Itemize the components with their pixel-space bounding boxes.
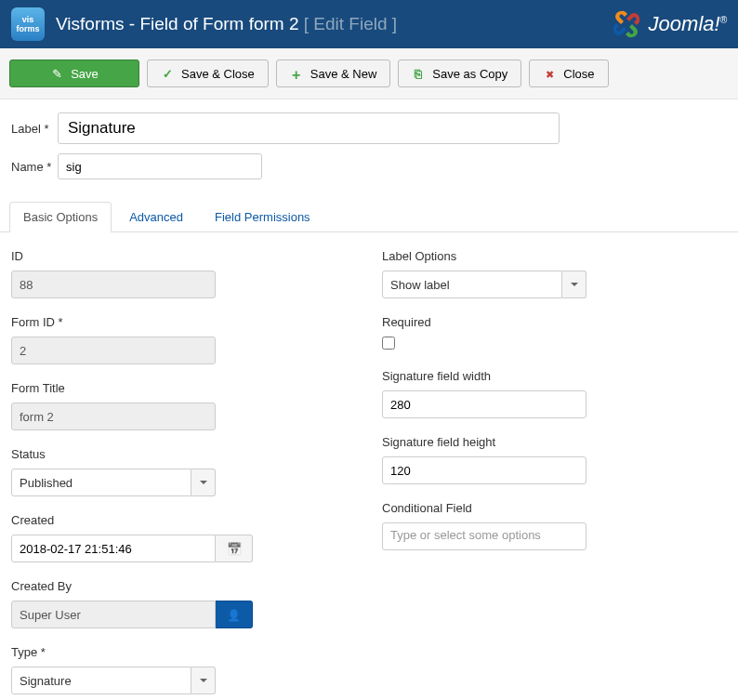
created-by-label: Created By (11, 579, 356, 593)
sig-width-label: Signature field width (382, 369, 727, 383)
joomla-icon (610, 7, 643, 41)
label-options-value: Show label (382, 271, 562, 298)
copy-icon (412, 67, 425, 80)
form-id-input (11, 337, 216, 364)
id-input (11, 271, 216, 298)
conditional-field-select[interactable]: Type or select some options (382, 522, 586, 550)
close-button[interactable]: Close (529, 59, 608, 87)
user-icon (227, 608, 241, 622)
save-copy-button[interactable]: Save as Copy (398, 59, 521, 87)
tab-bar: Basic Options Advanced Field Permissions (0, 202, 738, 232)
plus-icon (290, 67, 303, 80)
status-select[interactable]: Published (11, 469, 216, 496)
conditional-field-label: Conditional Field (382, 501, 727, 515)
type-label: Type * (11, 645, 356, 659)
required-label: Required (382, 315, 727, 329)
tab-advanced[interactable]: Advanced (115, 202, 197, 231)
chevron-down-icon[interactable] (191, 667, 216, 694)
apply-icon (50, 67, 63, 80)
chevron-down-icon[interactable] (191, 469, 216, 496)
name-label: Name * (11, 160, 58, 174)
right-column: Label Options Show label Required Signat… (382, 249, 727, 700)
label-options-label: Label Options (382, 249, 727, 263)
label-input[interactable] (58, 112, 560, 144)
basic-options-panel: ID Form ID * Form Title Status Published… (0, 232, 738, 700)
form-id-label: Form ID * (11, 315, 356, 329)
joomla-logo: Joomla!® (610, 7, 727, 41)
save-close-button[interactable]: Save & Close (147, 59, 269, 87)
tab-field-permissions[interactable]: Field Permissions (201, 202, 324, 231)
tab-basic-options[interactable]: Basic Options (9, 202, 112, 232)
chevron-down-icon[interactable] (562, 271, 586, 298)
status-label: Status (11, 447, 356, 461)
calendar-icon (227, 542, 242, 556)
status-select-value: Published (11, 469, 191, 496)
form-title-input (11, 403, 216, 430)
created-by-input (11, 601, 216, 628)
sig-height-label: Signature field height (382, 435, 727, 449)
cancel-icon (543, 67, 556, 80)
check-icon (161, 67, 174, 80)
label-options-select[interactable]: Show label (382, 271, 586, 298)
id-label: ID (11, 249, 356, 263)
form-header-fields: Label * Name * (0, 99, 738, 196)
action-toolbar: Save Save & Close Save & New Save as Cop… (0, 48, 738, 99)
created-label: Created (11, 513, 356, 527)
save-button[interactable]: Save (9, 59, 139, 87)
type-select[interactable]: Signature (11, 667, 216, 694)
sig-height-input[interactable] (382, 456, 586, 484)
label-label: Label * (11, 122, 58, 136)
visforms-app-icon: vis forms (11, 7, 45, 41)
page-title: Visforms - Field of Form form 2 [ Edit F… (56, 14, 610, 34)
app-header: vis forms Visforms - Field of Form form … (0, 0, 738, 48)
form-title-label: Form Title (11, 381, 356, 395)
created-input[interactable] (11, 535, 216, 562)
save-new-button[interactable]: Save & New (276, 59, 391, 87)
type-select-value: Signature (11, 667, 191, 694)
required-checkbox[interactable] (382, 337, 395, 350)
calendar-button[interactable] (216, 535, 253, 562)
user-picker-button[interactable] (216, 601, 253, 628)
left-column: ID Form ID * Form Title Status Published… (11, 249, 356, 700)
sig-width-input[interactable] (382, 390, 586, 418)
joomla-text: Joomla!® (649, 12, 727, 36)
name-input[interactable] (58, 153, 262, 179)
